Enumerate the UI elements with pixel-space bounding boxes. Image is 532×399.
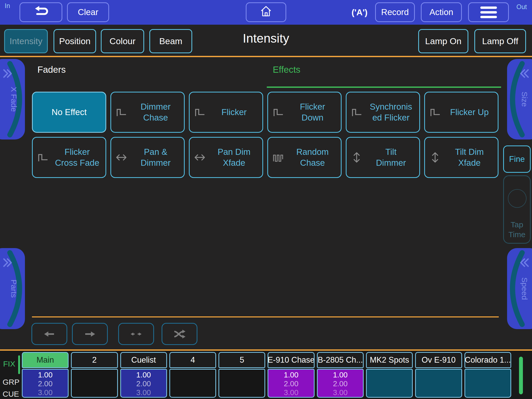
effect-button-tilt-dim-xfade[interactable]: Tilt Dim Xfade	[424, 137, 498, 178]
cue-number: 3.00	[121, 388, 166, 397]
divider	[0, 56, 532, 57]
effect-button-label: Pan Dim Xfade	[206, 147, 262, 168]
effect-button-label: Tilt Dimmer	[363, 147, 419, 168]
effect-button-pan-dimmer[interactable]: Pan & Dimmer	[110, 137, 185, 178]
playback-fader-2[interactable]: 2	[71, 352, 118, 398]
tap-circle-icon	[508, 189, 527, 208]
menu-button[interactable]	[468, 2, 509, 22]
undo-button[interactable]	[19, 2, 62, 22]
direction-bounce-button[interactable]	[118, 323, 154, 345]
out-label: Out	[516, 3, 527, 11]
fix-row-label: FIX	[3, 360, 15, 368]
playback-name: Colorado 1...	[464, 352, 511, 368]
direction-right-button[interactable]	[72, 323, 108, 345]
square-wave-icon	[115, 106, 127, 118]
effect-button-label: No Effect	[33, 107, 105, 118]
chevron-right-icon	[3, 69, 12, 78]
square-wave-icon	[351, 106, 363, 118]
tab-faders[interactable]: Faders	[37, 64, 66, 75]
effect-button-random-chase[interactable]: Random Chase	[267, 137, 342, 178]
fix-active-indicator	[18, 355, 20, 374]
effect-button-synchronised-flicker[interactable]: Synchronis ed Flicker	[346, 92, 420, 133]
lamp-off-button[interactable]: Lamp Off	[474, 29, 526, 53]
playback-cue-stack	[71, 369, 118, 398]
vertical-arrows-icon	[429, 151, 441, 163]
clear-button[interactable]: Clear	[67, 2, 109, 22]
effect-button-pan-dim-xfade[interactable]: Pan Dim Xfade	[189, 137, 263, 178]
effect-button-flicker-cross-fade[interactable]: Flicker Cross Fade	[32, 137, 106, 178]
home-button[interactable]	[246, 2, 286, 22]
console-screen: In Clear ('A') Record Action	[0, 0, 532, 399]
effect-button-label: Flicker	[206, 107, 262, 118]
playback-fader-b2805[interactable]: B-2805 Ch... 1.00 2.00 3.00	[317, 352, 364, 398]
playback-fader-main[interactable]: Main 1.00 2.00 3.00	[22, 352, 69, 398]
effect-button-flicker-down[interactable]: Flicker Down	[267, 92, 342, 133]
effect-button-label: Flicker Up	[441, 107, 498, 118]
playback-cue-stack: 1.00 2.00 3.00	[22, 369, 69, 398]
playback-cue-stack	[464, 369, 511, 398]
playback-name: Ov E-910	[415, 352, 462, 368]
horizontal-arrows-icon	[115, 151, 127, 163]
divider	[32, 316, 499, 317]
direction-random-button[interactable]	[162, 323, 197, 345]
vertical-arrows-icon	[351, 151, 363, 163]
effect-button-label: Random Chase	[284, 147, 341, 168]
fine-button[interactable]: Fine	[503, 145, 531, 173]
cue-number: 1.00	[23, 370, 68, 379]
playback-fader-e910-chase[interactable]: E-910 Chase 1.00 2.00 3.00	[268, 352, 314, 398]
encoder-wheel-parts[interactable]: Parts	[0, 248, 25, 329]
cue-number: 1.00	[318, 370, 363, 379]
left-arrow-icon	[43, 327, 56, 341]
square-wave-icon	[37, 151, 49, 163]
grp-row-label: GRP	[3, 378, 19, 387]
effect-button-flicker-up[interactable]: Flicker Up	[424, 92, 498, 133]
effects-tab-underline	[267, 87, 501, 88]
tap-time-button[interactable]: Tap Time	[503, 175, 531, 244]
playback-name: MK2 Spots	[366, 352, 413, 368]
record-button[interactable]: Record	[375, 2, 415, 22]
hamburger-menu-icon	[480, 6, 497, 18]
action-button[interactable]: Action	[421, 2, 462, 22]
in-label: In	[5, 2, 10, 10]
playback-fader-ov-e910[interactable]: Ov E-910	[415, 352, 462, 398]
playback-strip: Main 1.00 2.00 3.00 2 Cuelist 1.00 2.00 …	[22, 352, 511, 398]
effect-button-flicker[interactable]: Flicker	[189, 92, 263, 133]
right-arrow-icon	[83, 327, 97, 341]
playback-cue-stack	[415, 369, 462, 398]
playback-name: Cuelist	[120, 352, 167, 368]
playback-fader-5[interactable]: 5	[218, 352, 265, 398]
cue-number: 3.00	[318, 388, 363, 397]
tab-beam[interactable]: Beam	[149, 29, 192, 53]
playback-bank: FIX GRP CUE Main 1.00 2.00 3.00 2 Cuelis…	[0, 351, 532, 399]
encoder-wheel-speed[interactable]: Speed	[507, 248, 532, 329]
chevron-left-icon	[520, 258, 529, 267]
effect-button-dimmer-chase[interactable]: Dimmer Chase	[110, 92, 185, 133]
tab-intensity[interactable]: Intensity	[4, 29, 48, 53]
playback-cue-stack	[169, 369, 216, 398]
encoder-wheel-xfade[interactable]: X Fade	[0, 59, 25, 139]
horizontal-arrows-icon	[194, 151, 206, 163]
cue-number: 2.00	[318, 379, 363, 388]
shuffle-icon	[173, 327, 186, 341]
chevron-left-icon	[520, 69, 529, 78]
lamp-on-button[interactable]: Lamp On	[418, 29, 468, 53]
direction-left-button[interactable]	[31, 323, 67, 345]
playback-fader-4[interactable]: 4	[169, 352, 216, 398]
tab-position[interactable]: Position	[54, 29, 96, 53]
cue-number: 2.00	[121, 379, 166, 388]
playback-name: Main	[22, 352, 69, 368]
tab-colour[interactable]: Colour	[101, 29, 144, 53]
playback-fader-mk2-spots[interactable]: MK2 Spots	[366, 352, 413, 398]
top-toolbar: In Clear ('A') Record Action	[0, 0, 532, 25]
playback-cue-stack: 1.00 2.00 3.00	[317, 369, 364, 398]
cue-number: 2.00	[268, 379, 314, 388]
effect-button-label: Flicker Cross Fade	[49, 147, 105, 168]
tab-effects[interactable]: Effects	[273, 64, 300, 75]
playback-fader-cuelist[interactable]: Cuelist 1.00 2.00 3.00	[120, 352, 167, 398]
effect-button-label: Synchronis ed Flicker	[363, 101, 419, 123]
playback-fader-colorado[interactable]: Colorado 1...	[464, 352, 511, 398]
playback-name: 2	[71, 352, 118, 368]
effect-button-no-effect[interactable]: No Effect	[32, 92, 106, 133]
effect-button-tilt-dimmer[interactable]: Tilt Dimmer	[346, 137, 420, 178]
encoder-wheel-size[interactable]: Size	[507, 59, 532, 139]
